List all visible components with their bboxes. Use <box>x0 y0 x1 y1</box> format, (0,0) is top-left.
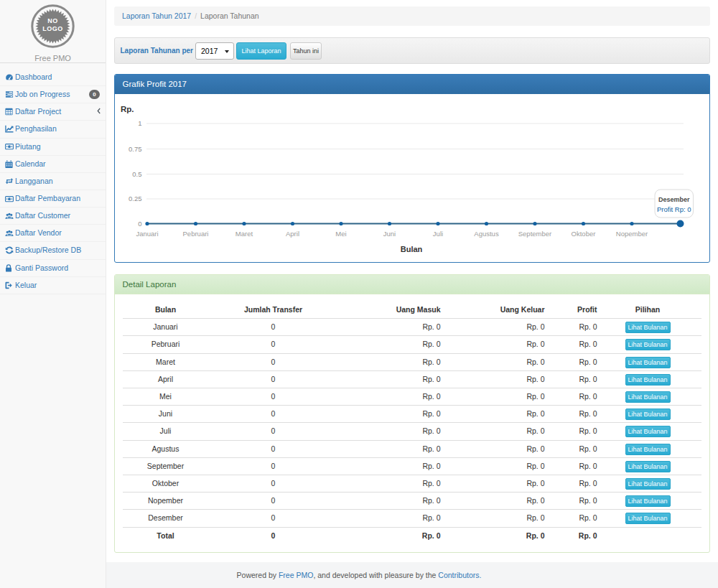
svg-text:Pebruari: Pebruari <box>182 230 208 238</box>
svg-text:NO: NO <box>47 17 58 24</box>
svg-text:0.25: 0.25 <box>129 195 142 202</box>
svg-text:0: 0 <box>138 220 141 228</box>
svg-text:Oktober: Oktober <box>571 230 595 238</box>
svg-text:Agustus: Agustus <box>474 230 499 238</box>
svg-text:Juni: Juni <box>383 230 395 238</box>
svg-text:Mei: Mei <box>335 230 346 238</box>
svg-text:Bulan: Bulan <box>400 245 422 253</box>
svg-text:LOGO: LOGO <box>42 25 63 32</box>
svg-text:Januari: Januari <box>136 230 158 238</box>
svg-text:Desember: Desember <box>658 196 690 203</box>
svg-text:Profit Rp: 0: Profit Rp: 0 <box>657 205 691 213</box>
svg-text:Maret: Maret <box>235 230 253 238</box>
svg-text:Rp.: Rp. <box>121 105 134 113</box>
svg-text:September: September <box>518 230 551 238</box>
svg-text:1: 1 <box>138 119 141 127</box>
svg-text:0.5: 0.5 <box>132 170 141 178</box>
svg-text:0.75: 0.75 <box>129 145 142 153</box>
svg-text:Nopember: Nopember <box>615 230 647 238</box>
svg-text:Juli: Juli <box>432 230 442 238</box>
svg-text:April: April <box>285 230 299 238</box>
